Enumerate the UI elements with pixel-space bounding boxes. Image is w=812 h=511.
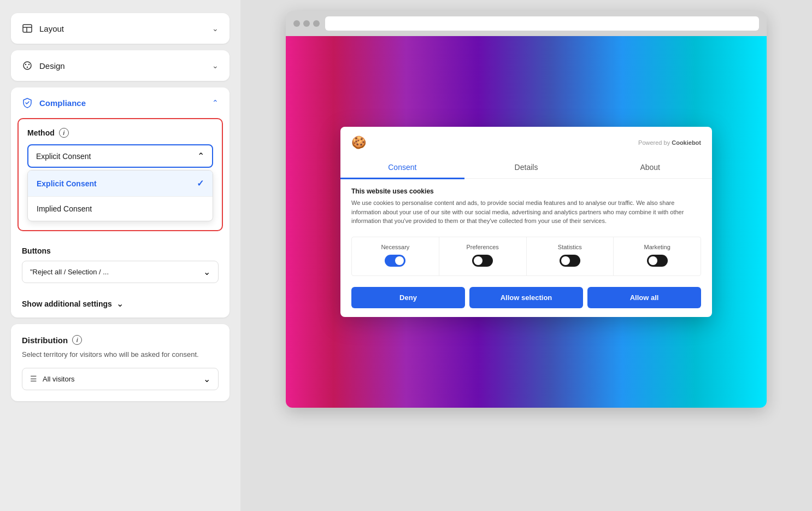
method-option-explicit-label: Explicit Consent <box>37 179 97 188</box>
buttons-dropdown-chevron-icon: ⌄ <box>203 267 210 277</box>
buttons-dropdown-value: "Reject all / Selection / ... <box>30 268 109 276</box>
method-dropdown-chevron-icon: ⌃ <box>197 151 204 161</box>
layout-label: Layout <box>39 24 64 33</box>
show-additional[interactable]: Show additional settings ⌄ <box>11 292 230 318</box>
toggle-marketing-track[interactable] <box>647 255 668 267</box>
method-option-explicit[interactable]: Explicit Consent ✓ <box>28 171 213 196</box>
show-additional-label: Show additional settings <box>22 299 112 308</box>
distribution-header: Distribution i <box>22 335 219 345</box>
cookie-categories: Necessary Preferences <box>351 237 701 276</box>
method-box: Method i Explicit Consent ⌃ Explicit Con… <box>17 118 223 231</box>
category-necessary: Necessary <box>352 237 439 275</box>
cookie-modal-header: 🍪 Powered by Cookiebot <box>340 127 712 150</box>
layout-icon <box>22 23 33 34</box>
method-label: Method <box>27 128 55 137</box>
method-info-icon[interactable]: i <box>59 128 69 138</box>
distribution-dropdown[interactable]: ☰ All visitors ⌄ <box>22 368 219 390</box>
layout-chevron-icon: ⌄ <box>212 24 219 33</box>
deny-button[interactable]: Deny <box>351 287 465 308</box>
show-additional-chevron-icon: ⌄ <box>116 298 123 309</box>
cookie-tabs: Consent Details About <box>340 156 712 179</box>
category-necessary-name: Necessary <box>356 244 434 250</box>
toggle-preferences[interactable] <box>472 255 493 267</box>
toggle-necessary-thumb <box>395 256 404 265</box>
layout-accordion[interactable]: Layout ⌄ <box>11 13 230 44</box>
buttons-section: Buttons "Reject all / Selection / ... ⌄ <box>11 238 230 292</box>
buttons-dropdown[interactable]: "Reject all / Selection / ... ⌄ <box>22 261 219 283</box>
allow-selection-button[interactable]: Allow selection <box>469 287 583 308</box>
category-statistics: Statistics <box>527 237 614 275</box>
toggle-preferences-track[interactable] <box>472 255 493 267</box>
design-label: Design <box>39 61 65 71</box>
cookie-content: This website uses cookies We use cookies… <box>340 179 712 317</box>
browser-dots <box>293 20 320 27</box>
method-dropdown-value: Explicit Consent <box>36 152 91 161</box>
palette-icon <box>22 60 33 71</box>
distribution-info-icon[interactable]: i <box>72 335 82 345</box>
toggle-statistics-thumb <box>561 256 570 265</box>
browser-dot-green <box>313 20 320 27</box>
svg-point-6 <box>27 67 28 68</box>
browser-dot-yellow <box>303 20 310 27</box>
browser-window: 🍪 Powered by Cookiebot Consent Details <box>286 11 767 408</box>
category-marketing: Marketing <box>614 237 701 275</box>
svg-point-5 <box>28 64 30 65</box>
check-icon: ✓ <box>197 178 204 189</box>
category-statistics-name: Statistics <box>531 244 609 250</box>
layout-accordion-left: Layout <box>22 23 64 34</box>
cookie-logo-icon: 🍪 <box>351 136 366 150</box>
toggle-marketing[interactable] <box>647 255 668 267</box>
toggle-statistics-track[interactable] <box>560 255 580 267</box>
cookie-title: This website uses cookies <box>351 187 701 195</box>
category-preferences-name: Preferences <box>444 244 522 250</box>
filter-icon: ☰ <box>30 374 37 383</box>
toggle-marketing-thumb <box>649 256 657 265</box>
distribution-dropdown-left: ☰ All visitors <box>30 374 75 383</box>
tab-details-label: Details <box>515 163 538 172</box>
powered-by-text: Powered by Cookiebot <box>638 139 701 146</box>
tab-details[interactable]: Details <box>464 156 589 178</box>
compliance-chevron-icon: ⌃ <box>212 98 219 107</box>
method-option-implied[interactable]: Implied Consent <box>28 197 213 221</box>
distribution-label: Distribution <box>22 336 68 345</box>
powered-by-brand: Cookiebot <box>672 139 701 146</box>
distribution-section: Distribution i Select territory for visi… <box>11 324 230 401</box>
design-accordion[interactable]: Design ⌄ <box>11 50 230 81</box>
distribution-dropdown-value: All visitors <box>43 375 75 383</box>
design-chevron-icon: ⌄ <box>212 61 219 70</box>
method-option-implied-label: Implied Consent <box>37 204 92 213</box>
shield-icon <box>22 97 33 108</box>
browser-address-bar <box>325 16 759 31</box>
cookie-modal: 🍪 Powered by Cookiebot Consent Details <box>340 127 712 317</box>
distribution-desc: Select territory for visitors who will b… <box>22 349 219 360</box>
toggle-statistics[interactable] <box>560 255 580 267</box>
design-accordion-left: Design <box>22 60 65 71</box>
svg-point-4 <box>25 64 26 65</box>
toggle-necessary-track[interactable] <box>385 255 405 267</box>
allow-all-button[interactable]: Allow all <box>587 287 701 308</box>
compliance-section: Compliance ⌃ Method i Explicit Consent ⌃… <box>11 87 230 318</box>
compliance-header[interactable]: Compliance ⌃ <box>11 87 230 118</box>
left-panel: Layout ⌄ Design ⌄ Compliance <box>0 0 240 511</box>
cookie-buttons: Deny Allow selection Allow all <box>351 287 701 308</box>
method-dropdown-list: Explicit Consent ✓ Implied Consent <box>27 170 213 221</box>
tab-consent[interactable]: Consent <box>340 156 464 178</box>
toggle-preferences-thumb <box>474 256 483 265</box>
distribution-chevron-icon: ⌄ <box>203 374 210 384</box>
svg-rect-0 <box>23 25 32 32</box>
toggle-necessary[interactable] <box>385 255 405 267</box>
category-marketing-name: Marketing <box>618 244 696 250</box>
tab-consent-label: Consent <box>388 163 416 172</box>
browser-content: 🍪 Powered by Cookiebot Consent Details <box>286 36 767 408</box>
powered-by-label: Powered by <box>638 139 670 146</box>
method-dropdown-control[interactable]: Explicit Consent ⌃ <box>27 144 213 168</box>
compliance-header-left: Compliance <box>22 97 86 108</box>
svg-point-3 <box>23 62 31 69</box>
cookie-description: We use cookies to personalise content an… <box>351 198 701 226</box>
right-panel: 🍪 Powered by Cookiebot Consent Details <box>240 0 812 511</box>
tab-about-label: About <box>640 163 660 172</box>
compliance-label: Compliance <box>39 98 86 108</box>
category-preferences: Preferences <box>439 237 527 275</box>
tab-about[interactable]: About <box>588 156 712 178</box>
buttons-label: Buttons <box>22 246 219 255</box>
